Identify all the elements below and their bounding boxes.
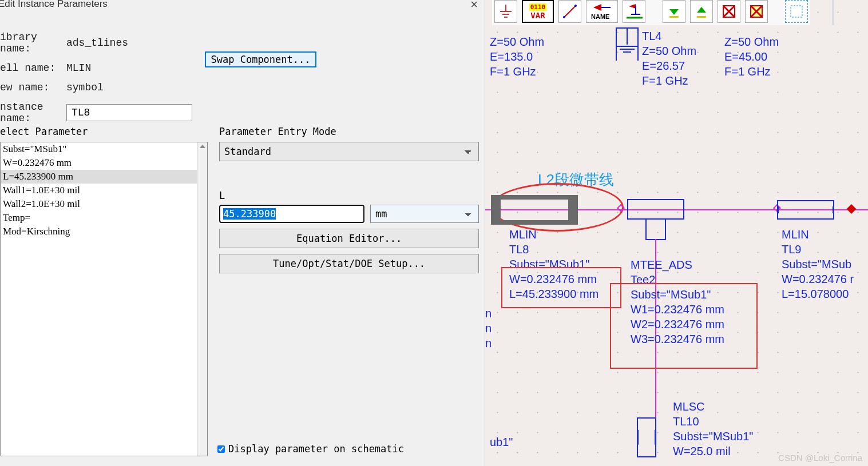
edit-instance-dialog: Edit Instance Parameters × ibrary name: … <box>0 0 485 466</box>
field-name-label: L <box>219 190 479 201</box>
parameter-value-input[interactable] <box>219 205 364 223</box>
instance-form: ibrary name: ads_tlines ell name: MLIN e… <box>0 31 192 132</box>
instance-name-input[interactable] <box>66 104 192 121</box>
parameter-list[interactable]: Subst="MSub1"W=0.232476 mmL=45.233900 mm… <box>0 142 208 456</box>
tl-top-left-params: Z=50 OhmE=135.0F=1 GHz <box>490 34 544 79</box>
dialog-title: Edit Instance Parameters <box>0 0 108 14</box>
param-item[interactable]: Wall2=1.0E+30 mil <box>1 197 207 211</box>
tee2-annotation-box <box>610 283 758 369</box>
svg-rect-17 <box>697 16 706 18</box>
select-parameter-label: elect Parameter <box>0 126 208 137</box>
deactivate-icon[interactable] <box>718 0 740 23</box>
wire-icon[interactable] <box>558 0 581 23</box>
ground-icon[interactable] <box>494 0 517 23</box>
library-name-label: ibrary name: <box>0 31 66 54</box>
toolbar: 0110VAR NAME <box>492 0 810 25</box>
tl9-params: MLINTL9Subst="MSubW=0.232476 rL=15.07800… <box>782 227 854 301</box>
svg-text:NAME: NAME <box>591 13 609 20</box>
svg-marker-10 <box>629 4 636 9</box>
tee2-symbol[interactable] <box>627 199 684 240</box>
param-item[interactable]: W=0.232476 mm <box>1 156 207 170</box>
cell-name-label: ell name: <box>0 62 66 74</box>
toolbar-separator <box>832 0 834 25</box>
svg-marker-14 <box>669 9 679 15</box>
parameter-entry-mode-label: Parameter Entry Mode <box>219 126 479 137</box>
scrollbar[interactable] <box>197 142 207 456</box>
short-icon[interactable] <box>745 0 768 23</box>
watermark: CSDN @Loki_Corrina <box>778 453 862 463</box>
tl4-params: TL4Z=50 OhmE=26.57F=1 GHz <box>642 29 696 88</box>
param-item[interactable]: Temp= <box>1 211 207 225</box>
pin-terminal <box>847 204 857 214</box>
tl10-params: MLSCTL10Subst="MSub1"W=25.0 mil <box>673 399 753 459</box>
svg-point-6 <box>574 5 577 7</box>
svg-line-4 <box>564 6 576 17</box>
equation-editor-button[interactable]: Equation Editor... <box>219 229 479 248</box>
pop-up-icon[interactable] <box>690 0 713 23</box>
display-checkbox-label: Display parameter on schematic <box>228 443 404 455</box>
tl8-annotation-box <box>501 267 621 308</box>
frag-ub1: ub1" <box>490 436 513 449</box>
name-net-icon[interactable] <box>623 0 645 23</box>
param-item[interactable]: Mod=Kirschning <box>1 225 207 238</box>
stub-symbol <box>616 27 639 61</box>
svg-rect-15 <box>669 16 679 18</box>
schematic-canvas[interactable]: 0110VAR NAME Z=50 OhmE=135.0F=1 GHz TL4Z… <box>485 0 868 466</box>
push-down-icon[interactable] <box>663 0 685 23</box>
var-icon[interactable]: 0110VAR <box>522 0 554 23</box>
tl10-symbol[interactable] <box>637 417 656 457</box>
unit-select[interactable]: mm <box>370 205 479 223</box>
svg-marker-7 <box>593 4 601 11</box>
swap-component-button[interactable]: Swap Component... <box>205 51 316 67</box>
view-name-label: ew name: <box>0 82 66 93</box>
library-name-value: ads_tlines <box>66 37 128 49</box>
display-on-schematic-checkbox[interactable]: Display parameter on schematic <box>217 443 404 455</box>
svg-point-5 <box>563 16 565 18</box>
close-icon[interactable]: × <box>470 0 478 12</box>
param-item[interactable]: Wall1=1.0E+30 mil <box>1 184 207 197</box>
instance-name-label: nstance name: <box>0 101 66 124</box>
param-item[interactable]: L=45.233900 mm <box>1 170 207 184</box>
tl9-symbol[interactable] <box>777 200 834 220</box>
svg-marker-16 <box>697 7 706 13</box>
tl8-symbol[interactable] <box>494 198 574 221</box>
tune-setup-button[interactable]: Tune/Opt/Stat/DOE Setup... <box>219 254 479 273</box>
param-item[interactable]: Subst="MSub1" <box>1 142 207 156</box>
frag-left: nnn <box>485 306 492 351</box>
cell-name-value: MLIN <box>66 62 91 74</box>
display-checkbox-input[interactable] <box>217 445 225 453</box>
svg-rect-24 <box>791 6 802 17</box>
name-port-icon[interactable]: NAME <box>586 0 618 23</box>
tl-top-right-params: Z=50 OhmE=45.00F=1 GHz <box>724 34 779 79</box>
select-area-icon[interactable] <box>785 0 808 23</box>
parameter-entry-mode-select[interactable]: Standard <box>219 142 479 161</box>
view-name-value: symbol <box>66 82 104 93</box>
